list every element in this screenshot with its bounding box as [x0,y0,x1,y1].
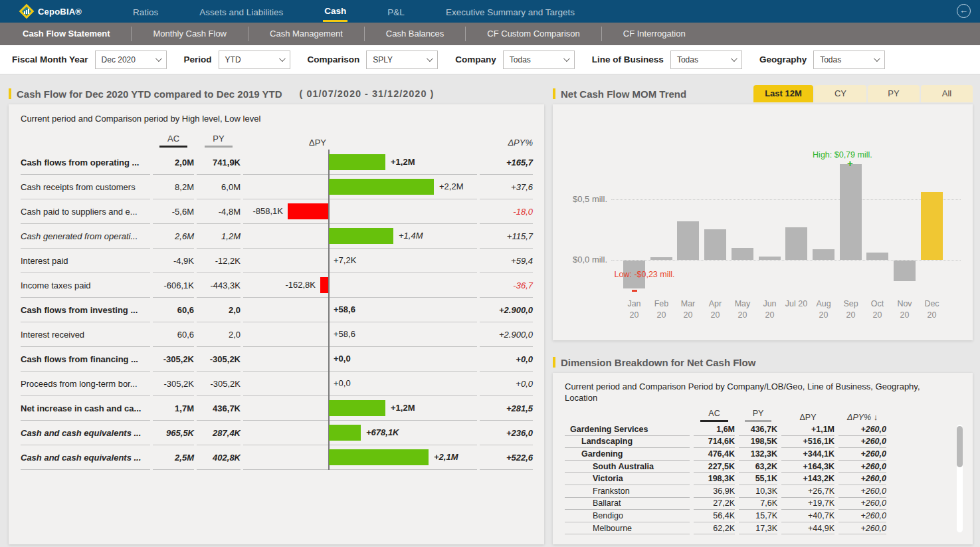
table-row[interactable]: Cash flows from investing ...60,62,0+58,… [21,298,532,322]
ac-value: 2,0M [153,150,194,175]
dimension-subtitle: Current period and Comparison Period by … [565,381,947,403]
bar-axis [328,371,330,396]
table-row[interactable]: Victoria198,3K55,1K+143,2K+260,0 [565,473,961,485]
table-row[interactable]: Landscaping714,6K198,5K+516,1K+260,0 [565,436,961,449]
trend-button-last-12m[interactable]: Last 12M [753,85,813,102]
subnav-item-monthly-cash-flow[interactable]: Monthly Cash Flow [132,27,248,41]
table-row[interactable]: Cash flows from financing ...-305,2K-305… [21,347,532,372]
x-axis-label: May20 [729,298,756,321]
subnav-item-cash-balances[interactable]: Cash Balances [365,27,466,41]
trend-bar-may-20[interactable] [732,248,753,260]
chevron-down-icon [279,55,286,62]
table-row[interactable]: Ballarat27,2K7,6K+19,7K+260,0 [565,498,961,510]
ac-value: 1,6M [694,423,735,436]
trend-button-all[interactable]: All [921,85,973,102]
delta-value: +2,1M [434,445,458,470]
delta-bar-cell: +1,2M [243,396,477,421]
column-header-py: PY [205,134,232,148]
delta-bar[interactable] [329,425,361,441]
chevron-down-icon [731,55,737,62]
topnav-tab-assets-and-liabilities[interactable]: Assets and Liabilities [198,2,284,21]
delta-value: +2,2M [439,175,464,199]
ac-value: 227,5K [694,461,735,473]
dpy-pct-value: -36,7 [480,273,533,298]
table-row[interactable]: Interest paid-4,9K-12,2K+7,2K+59,4 [21,249,532,273]
table-row[interactable]: Income taxes paid-606,1K-443,3K-162,8K-3… [21,273,532,298]
table-row[interactable]: Bendigo56,4K15,7K+40,7K+260,0 [565,510,961,522]
py-value: 7,6K [739,498,777,510]
table-row[interactable]: Net increase in cash and ca...1,7M436,7K… [21,396,532,421]
row-label: Ballarat [565,498,690,510]
trend-title-row: Net Cash Flow MOM Trend Last 12MCYPYAll [553,85,973,102]
trend-bar-oct-20[interactable] [866,253,888,260]
table-row[interactable]: Cash and cash equivalents ...2,5M402,8K+… [21,445,532,470]
subnav-item-cash-management[interactable]: Cash Management [248,27,365,41]
table-row[interactable]: Cash receipts from customers8,2M6,0M+2,2… [21,175,532,199]
subnav-item-cf-interrogation[interactable]: CF Interrogation [602,27,707,41]
table-row[interactable]: South Australia227,5K63,2K+164,3K+260,0 [565,461,961,473]
chevron-down-icon [874,55,880,62]
high-marker-icon: + [847,158,853,169]
delta-bar[interactable] [320,277,328,293]
dimension-scrollbar-thumb[interactable] [957,426,963,467]
trend-bar-nov-20[interactable] [894,261,916,281]
trend-bar-mar-20[interactable] [677,221,699,260]
column-header-dpy-pct: ΔPY% ↓ [838,413,886,423]
delta-bar[interactable] [329,400,385,416]
table-row[interactable]: Interest received60,62,0+58,6+2.900,0 [21,322,532,347]
trend-bar-aug-20[interactable] [813,249,834,260]
topnav-tab-executive-summary-and-targets[interactable]: Executive Summary and Targets [444,2,576,21]
trend-bar-dec-20[interactable] [921,192,943,260]
subnav-item-cf-custom-comparison[interactable]: CF Custom Comparison [466,27,601,41]
topnav-tab-p-l[interactable]: P&L [386,2,406,21]
accent-bar [553,357,555,368]
dpy-value: +26,7K [781,485,834,498]
ac-value: 27,2K [694,498,735,510]
ac-value: 60,6 [153,322,194,347]
delta-value: +0,0 [334,347,351,372]
ac-value: 198,3K [694,473,735,485]
delta-bar[interactable] [329,154,385,170]
filter-value: YTD [225,55,241,64]
table-row[interactable]: Proceeds from long-term bor...-305,2K-30… [21,372,532,396]
filter-dropdown-period[interactable]: YTD [219,51,290,69]
filter-dropdown-geography[interactable]: Todas [813,51,885,69]
filter-comparison: ComparisonSPLY [308,51,439,69]
bar-axis [328,322,330,347]
table-row[interactable]: Melbourne62,2K17,3K+44,9K+260,0 [565,522,961,535]
trend-bar-feb-20[interactable] [650,257,672,260]
table-row[interactable]: Cash paid to suppliers and e...-5,6M-4,8… [21,199,532,224]
topnav-tab-ratios[interactable]: Ratios [132,2,159,21]
ac-value: -305,2K [153,347,194,372]
topnav-tab-cash[interactable]: Cash [323,1,347,22]
ac-value: 965,5K [153,421,194,445]
dpy-value: +143,2K [781,473,834,485]
delta-bar[interactable] [329,179,434,195]
row-label: Gardening [565,448,690,461]
logo-icon [19,4,35,19]
table-row[interactable]: Gardening476,4K132,3K+344,1K+260,0 [565,448,961,461]
trend-bar-apr-20[interactable] [704,229,726,260]
table-row[interactable]: Cash flows from operating ...2,0M741,9K+… [21,150,532,175]
trend-button-py[interactable]: PY [868,85,920,102]
filter-dropdown-comparison[interactable]: SPLY [366,51,438,69]
filter-dropdown-line-of-business[interactable]: Todas [670,51,742,69]
py-value: 2,0 [197,298,241,322]
delta-bar[interactable] [288,203,328,219]
filter-dropdown-company[interactable]: Todas [503,51,575,69]
trend-bar-jul-20[interactable] [785,227,807,260]
trend-bar-sep-20[interactable] [840,164,862,260]
subnav-item-cash-flow-statement[interactable]: Cash Flow Statement [0,27,132,41]
delta-bar[interactable] [329,228,393,244]
ac-value: 1,7M [153,396,194,421]
table-row[interactable]: Frankston36,9K10,3K+26,7K+260,0 [565,485,961,498]
table-row[interactable]: Cash generated from operati...2,6M1,2M+1… [21,224,532,249]
trend-bar-jun-20[interactable] [759,257,781,260]
table-row[interactable]: Cash and cash equivalents ...965,5K287,4… [21,421,532,445]
trend-button-cy[interactable]: CY [815,85,866,102]
ac-value: -5,6M [153,199,194,224]
table-row[interactable]: Gardening Services1,6M436,7K+1,1M+260,0 [565,423,961,436]
back-button[interactable]: ← [957,4,971,18]
filter-dropdown-fiscal-month-year[interactable]: Dec 2020 [95,51,167,69]
delta-bar[interactable] [329,449,429,465]
